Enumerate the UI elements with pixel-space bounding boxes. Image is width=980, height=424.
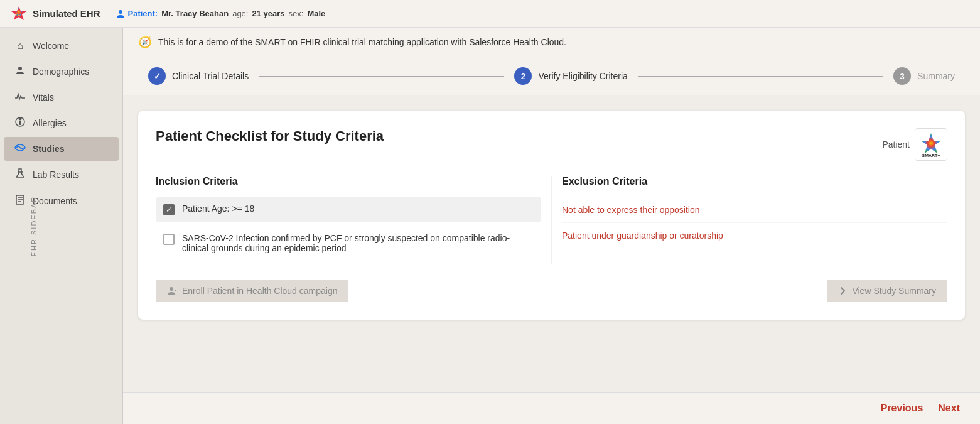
sidebar-item-demographics-label: Demographics bbox=[33, 67, 89, 77]
view-study-summary-button[interactable]: View Study Summary bbox=[827, 280, 947, 302]
step-3-label: Summary bbox=[917, 71, 955, 81]
age-checkbox[interactable]: ✓ bbox=[163, 204, 175, 215]
patient-label-text: Patient bbox=[882, 139, 910, 149]
vitals-icon bbox=[14, 92, 26, 103]
svg-point-16 bbox=[170, 287, 173, 291]
svg-marker-14 bbox=[921, 133, 941, 153]
patient-name: Mr. Tracy Beahan bbox=[161, 9, 229, 18]
exclusion-item-guardianship-text: Patient under guardianship or curatorshi… bbox=[562, 231, 723, 241]
patient-age: 21 years bbox=[252, 9, 284, 18]
svg-point-4 bbox=[119, 10, 122, 14]
svg-rect-8 bbox=[19, 121, 21, 125]
card-footer: Enroll Patient in Health Cloud campaign … bbox=[156, 280, 947, 302]
sidebar-item-vitals[interactable]: Vitals bbox=[4, 85, 119, 109]
ehr-sidebar-label: EHR Sidebar bbox=[30, 195, 38, 256]
sidebar-item-vitals-label: Vitals bbox=[33, 92, 54, 102]
stepper: ✓ Clinical Trial Details 2 Verify Eligib… bbox=[123, 57, 980, 95]
app-name: Simulated EHR bbox=[33, 8, 100, 19]
exclusion-item-guardianship: Patient under guardianship or curatorshi… bbox=[562, 223, 947, 248]
enroll-patient-button[interactable]: Enroll Patient in Health Cloud campaign bbox=[156, 280, 348, 302]
step-3-circle: 3 bbox=[893, 67, 911, 85]
checklist-title: Patient Checklist for Study Criteria bbox=[156, 128, 384, 144]
compass-icon: 🧭 bbox=[138, 35, 152, 49]
banner-text: This is for a demo of the SMART on FHIR … bbox=[158, 37, 566, 47]
sidebar-item-allergies-label: Allergies bbox=[33, 118, 67, 128]
lab-results-icon bbox=[14, 168, 26, 181]
sidebar-item-studies-label: Studies bbox=[33, 144, 65, 154]
criteria-columns: Inclusion Criteria ✓ Patient Age: >= 18 … bbox=[156, 176, 947, 264]
inclusion-item-sars[interactable]: SARS-CoV-2 Infection confirmed by PCF or… bbox=[156, 227, 541, 259]
top-header: Simulated EHR Patient: Mr. Tracy Beahan … bbox=[0, 0, 980, 28]
patient-info: Patient: Mr. Tracy Beahan age: 21 years … bbox=[116, 9, 326, 19]
smart-logo-svg: SMART+ bbox=[917, 131, 945, 158]
patient-age-label: age: bbox=[232, 9, 248, 18]
sidebar-item-documents-label: Documents bbox=[33, 196, 77, 206]
sidebar-item-demographics[interactable]: Demographics bbox=[4, 59, 119, 84]
view-summary-label: View Study Summary bbox=[852, 286, 936, 296]
svg-text:SMART+: SMART+ bbox=[922, 153, 940, 158]
sidebar-item-lab-results-label: Lab Results bbox=[33, 170, 79, 180]
bottom-nav: Previous Next bbox=[123, 392, 980, 424]
sidebar-nav: ⌂ Welcome Demographics Vitals Allergies bbox=[0, 28, 122, 424]
age-checkmark: ✓ bbox=[166, 205, 172, 214]
enroll-patient-label: Enroll Patient in Health Cloud campaign bbox=[182, 286, 337, 296]
sars-checkbox[interactable] bbox=[163, 234, 175, 245]
sidebar: EHR Sidebar ⌂ Welcome Demographics Vital… bbox=[0, 28, 123, 424]
sidebar-item-lab-results[interactable]: Lab Results bbox=[4, 162, 119, 187]
inclusion-item-sars-text: SARS-CoV-2 Infection confirmed by PCF or… bbox=[182, 233, 534, 253]
patient-icon bbox=[116, 9, 126, 19]
demographics-icon bbox=[14, 65, 26, 78]
inclusion-heading: Inclusion Criteria bbox=[156, 176, 541, 187]
inclusion-criteria-col: Inclusion Criteria ✓ Patient Age: >= 18 … bbox=[156, 176, 551, 264]
exclusion-criteria-col: Exclusion Criteria Not able to express t… bbox=[551, 176, 947, 264]
studies-icon bbox=[14, 143, 26, 155]
allergies-icon bbox=[14, 117, 26, 129]
main-panel: Patient Checklist for Study Criteria Pat… bbox=[123, 95, 980, 392]
sidebar-item-documents[interactable]: Documents bbox=[4, 188, 119, 214]
step-1-label: Clinical Trial Details bbox=[172, 71, 249, 81]
step-connector-2 bbox=[638, 76, 883, 77]
svg-point-7 bbox=[19, 117, 22, 121]
sidebar-item-studies[interactable]: Studies bbox=[4, 137, 119, 161]
step-connector-1 bbox=[259, 76, 504, 77]
app-logo-icon bbox=[10, 5, 28, 23]
step-summary[interactable]: 3 Summary bbox=[893, 67, 955, 85]
exclusion-item-opposition-text: Not able to express their opposition bbox=[562, 205, 699, 215]
step-clinical-trial[interactable]: ✓ Clinical Trial Details bbox=[148, 67, 249, 85]
inclusion-item-age[interactable]: ✓ Patient Age: >= 18 bbox=[156, 197, 541, 222]
inclusion-item-age-text: Patient Age: >= 18 bbox=[182, 204, 254, 214]
documents-icon bbox=[14, 195, 26, 207]
smart-logo: SMART+ bbox=[915, 128, 947, 161]
step-verify-eligibility[interactable]: 2 Verify Eligibility Criteria bbox=[514, 67, 627, 85]
sidebar-item-allergies[interactable]: Allergies bbox=[4, 111, 119, 136]
demo-banner: 🧭 This is for a demo of the SMART on FHI… bbox=[123, 28, 980, 57]
patient-sex-label: sex: bbox=[289, 9, 304, 18]
smart-logo-box: Patient bbox=[882, 128, 947, 161]
checklist-header: Patient Checklist for Study Criteria Pat… bbox=[156, 128, 947, 161]
arrow-right-icon bbox=[838, 286, 847, 295]
patient-sex: Male bbox=[307, 9, 325, 18]
sidebar-item-welcome-label: Welcome bbox=[33, 41, 69, 51]
step-2-label: Verify Eligibility Criteria bbox=[538, 71, 627, 81]
exclusion-item-opposition: Not able to express their opposition bbox=[562, 197, 947, 223]
sidebar-item-welcome[interactable]: ⌂ Welcome bbox=[4, 34, 119, 58]
exclusion-heading: Exclusion Criteria bbox=[562, 176, 947, 187]
welcome-icon: ⌂ bbox=[14, 40, 26, 52]
next-button[interactable]: Next bbox=[938, 403, 960, 414]
enroll-icon bbox=[167, 286, 177, 296]
previous-label: Previous bbox=[881, 403, 923, 413]
content-area: 🧭 This is for a demo of the SMART on FHI… bbox=[123, 28, 980, 424]
app-logo: Simulated EHR bbox=[10, 5, 100, 23]
previous-button[interactable]: Previous bbox=[881, 403, 923, 414]
step-2-circle: 2 bbox=[514, 67, 532, 85]
patient-label: Patient: bbox=[128, 9, 158, 18]
next-label: Next bbox=[938, 403, 960, 413]
svg-point-5 bbox=[18, 67, 22, 70]
checklist-card: Patient Checklist for Study Criteria Pat… bbox=[138, 111, 965, 320]
step-1-circle: ✓ bbox=[148, 67, 166, 85]
